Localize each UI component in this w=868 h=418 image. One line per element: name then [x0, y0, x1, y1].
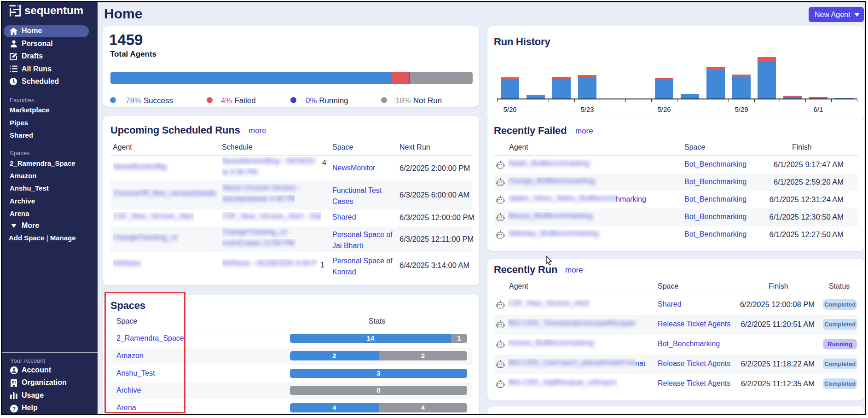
svg-text:?: ? [12, 406, 16, 412]
